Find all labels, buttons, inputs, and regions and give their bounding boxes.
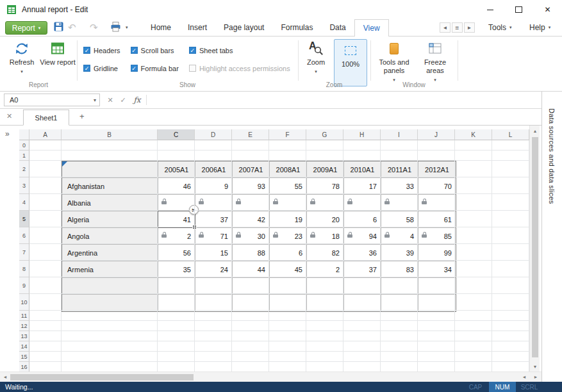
table-cell[interactable] bbox=[307, 195, 344, 211]
undo-button[interactable]: ↶ bbox=[68, 22, 76, 33]
scroll-left-button[interactable]: ◄ bbox=[0, 372, 10, 382]
table-cell[interactable] bbox=[195, 295, 233, 311]
row-header-2[interactable]: 2 bbox=[19, 161, 29, 177]
table-cell[interactable] bbox=[233, 195, 270, 211]
horizontal-scrollbar[interactable]: ◄ ◄ ► bbox=[0, 372, 541, 382]
tab-home[interactable]: Home bbox=[142, 19, 179, 36]
table-cell[interactable] bbox=[418, 278, 456, 295]
table-cell[interactable]: 37 bbox=[195, 211, 233, 228]
table-cell[interactable] bbox=[307, 295, 344, 311]
add-sheet-button[interactable]: + bbox=[79, 111, 85, 121]
table-cell[interactable] bbox=[158, 295, 195, 311]
table-cell[interactable]: 33 bbox=[381, 178, 418, 195]
table-cell[interactable]: 36 bbox=[344, 245, 381, 261]
table-cell[interactable]: 34 bbox=[418, 261, 456, 278]
table-cell[interactable]: 85 bbox=[418, 228, 456, 245]
column-header-l[interactable]: L bbox=[492, 129, 529, 140]
table-cell-country[interactable] bbox=[62, 295, 158, 311]
table-cell[interactable]: 2 bbox=[307, 261, 344, 278]
row-header-11[interactable]: 11 bbox=[19, 311, 29, 321]
table-cell[interactable] bbox=[418, 295, 456, 311]
table-cell[interactable] bbox=[233, 295, 270, 311]
column-header-g[interactable]: G bbox=[306, 129, 343, 140]
row-header-3[interactable]: 3 bbox=[19, 177, 29, 194]
table-cell-country[interactable]: Argentina bbox=[62, 245, 158, 261]
insert-function-button[interactable]: ƒx bbox=[131, 94, 144, 106]
column-header-c[interactable]: C bbox=[158, 129, 195, 140]
table-cell[interactable]: 6 bbox=[344, 211, 381, 228]
redo-button[interactable]: ↷ bbox=[90, 22, 98, 33]
table-cell[interactable] bbox=[381, 295, 418, 311]
tab-data[interactable]: Data bbox=[321, 19, 354, 36]
table-column-header[interactable]: 2006A1 bbox=[195, 161, 233, 178]
table-column-header[interactable]: 2010A1 bbox=[344, 161, 381, 178]
table-cell[interactable]: 71 bbox=[195, 228, 233, 245]
print-dropdown-button[interactable]: ▾ bbox=[126, 25, 128, 30]
table-cell[interactable]: 41 bbox=[158, 211, 195, 228]
nav-left-button[interactable]: ◄ bbox=[440, 22, 450, 33]
help-menu[interactable]: Help▾ bbox=[529, 19, 550, 36]
table-cell[interactable] bbox=[381, 278, 418, 295]
row-header-4[interactable]: 4 bbox=[19, 194, 29, 211]
table-cell-country[interactable]: Angola bbox=[62, 228, 158, 245]
table-column-header[interactable]: 2009A1 bbox=[307, 161, 344, 178]
table-cell-country[interactable]: Armenia bbox=[62, 261, 158, 278]
row-header-9[interactable]: 9 bbox=[19, 277, 29, 294]
table-cell-country[interactable]: Algeria bbox=[62, 211, 158, 228]
refresh-button[interactable]: Refresh ▾ bbox=[5, 40, 38, 76]
table-column-header[interactable]: 2012A1 bbox=[418, 161, 456, 178]
table-cell[interactable] bbox=[195, 278, 233, 295]
row-header-15[interactable]: 15 bbox=[19, 352, 29, 362]
tab-formulas[interactable]: Formulas bbox=[272, 19, 321, 36]
table-cell[interactable]: 20 bbox=[307, 211, 344, 228]
table-cell[interactable]: 83 bbox=[381, 261, 418, 278]
table-cell[interactable]: 24 bbox=[195, 261, 233, 278]
table-cell[interactable] bbox=[195, 195, 233, 211]
zoom-button[interactable]: A Zoom ▾ bbox=[301, 40, 331, 76]
table-cell-country[interactable] bbox=[62, 278, 158, 295]
side-panel-tab[interactable]: Data sources and data slices bbox=[548, 108, 556, 204]
row-header-1[interactable]: 1 bbox=[19, 151, 29, 161]
table-cell[interactable]: 9 bbox=[195, 178, 233, 195]
row-header-12[interactable]: 12 bbox=[19, 321, 29, 331]
expand-panel-button[interactable]: » bbox=[5, 129, 10, 138]
formula-input[interactable] bbox=[150, 94, 538, 106]
row-header-0[interactable]: 0 bbox=[19, 140, 29, 151]
row-header-13[interactable]: 13 bbox=[19, 331, 29, 341]
row-header-14[interactable]: 14 bbox=[19, 341, 29, 352]
column-header-j[interactable]: J bbox=[418, 129, 455, 140]
freeze-areas-button[interactable]: Freeze areas ▾ bbox=[417, 40, 454, 84]
table-column-header[interactable]: 2008A1 bbox=[270, 161, 307, 178]
row-header-7[interactable]: 7 bbox=[19, 244, 29, 261]
close-panel-button[interactable]: ✕ bbox=[6, 112, 12, 120]
column-header-a[interactable]: A bbox=[29, 129, 62, 140]
table-cell[interactable]: 46 bbox=[158, 178, 195, 195]
maximize-button[interactable] bbox=[504, 0, 533, 19]
table-cell[interactable]: 58 bbox=[381, 211, 418, 228]
row-header-10[interactable]: 10 bbox=[19, 294, 29, 311]
table-cell[interactable]: 99 bbox=[418, 245, 456, 261]
table-cell[interactable]: 45 bbox=[270, 261, 307, 278]
view-report-button[interactable]: View report bbox=[40, 40, 76, 67]
table-column-header[interactable]: 2011A1 bbox=[381, 161, 418, 178]
print-button[interactable] bbox=[110, 22, 121, 32]
table-column-header[interactable]: 2007A1 bbox=[233, 161, 270, 178]
cancel-entry-button[interactable]: ✕ bbox=[105, 94, 115, 106]
name-box[interactable]: A0 ▾ bbox=[4, 94, 100, 106]
table-cell[interactable] bbox=[270, 278, 307, 295]
table-cell[interactable]: 15 bbox=[195, 245, 233, 261]
table-cell[interactable] bbox=[158, 278, 195, 295]
table-cell[interactable] bbox=[270, 195, 307, 211]
table-cell[interactable]: 93 bbox=[233, 178, 270, 195]
checkbox-sheet-tabs[interactable]: ✓Sheet tabs bbox=[189, 45, 290, 55]
table-cell[interactable]: 35 bbox=[158, 261, 195, 278]
tools-and-panels-button[interactable]: Tools and panels ▾ bbox=[374, 40, 414, 84]
table-cell[interactable]: 88 bbox=[233, 245, 270, 261]
scroll-down-button[interactable]: ▼ bbox=[530, 361, 540, 372]
table-cell-country[interactable]: Afghanistan bbox=[62, 178, 158, 195]
checkbox-highlight-access-permissions[interactable]: Highlight access permissions bbox=[189, 63, 290, 73]
table-cell[interactable]: 2 bbox=[158, 228, 195, 245]
checkbox-gridline[interactable]: ✓Gridline bbox=[83, 63, 120, 73]
checkbox-scroll-bars[interactable]: ✓Scroll bars bbox=[131, 45, 179, 55]
checkbox-formula-bar[interactable]: ✓Formula bar bbox=[131, 63, 179, 73]
